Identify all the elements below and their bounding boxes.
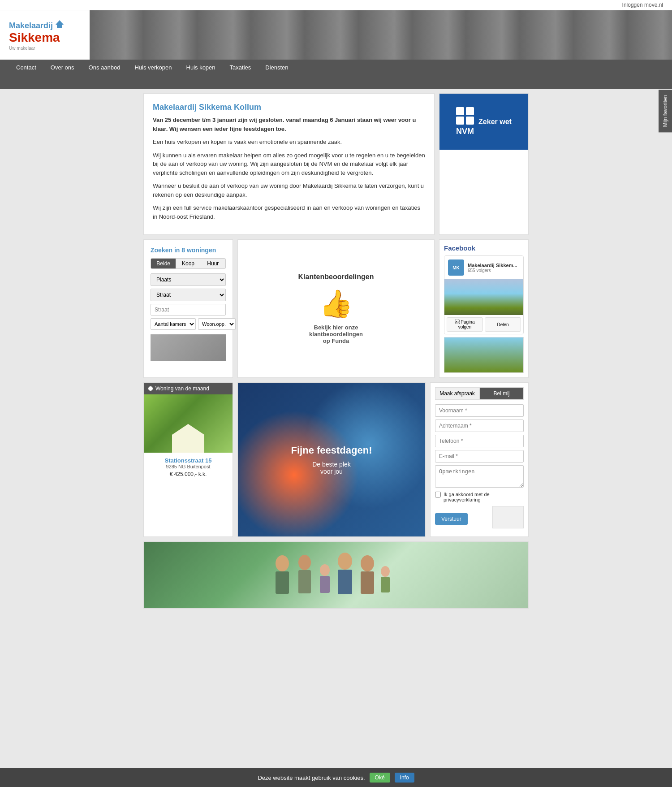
main-p1: Een huis verkopen en kopen is vaak een e… xyxy=(153,138,425,147)
svg-marker-0 xyxy=(56,20,64,28)
family-svg xyxy=(246,545,426,604)
woning-title: Woning van de maand xyxy=(155,385,209,392)
nvm-box: NVM Zeker wet xyxy=(439,93,529,235)
fb-followers: 655 volgers xyxy=(468,268,520,273)
woning-image xyxy=(144,394,233,453)
nav-diensten[interactable]: Diensten xyxy=(258,60,295,75)
login-link[interactable]: Inloggen move.nl xyxy=(622,2,663,8)
fb-extra-image xyxy=(444,337,524,373)
klant-description: Bekijk hier onze klantbeoordelingen op F… xyxy=(309,324,363,344)
search-title: Zoeken in 8 woningen xyxy=(151,246,226,254)
fb-info: Makelaardij Sikkem... 655 volgers xyxy=(468,263,520,273)
fb-icon:  xyxy=(455,320,460,324)
logo-house-icon xyxy=(55,19,65,30)
main-title: Makelaardij Sikkema Kollum xyxy=(153,103,425,112)
main-p4: Wij zijn een full service makelaarskaant… xyxy=(153,203,425,221)
svg-point-11 xyxy=(381,566,390,577)
nav-huis-kopen[interactable]: Huis kopen xyxy=(179,60,223,75)
fb-follow-button[interactable]:  Pagina volgen xyxy=(447,317,483,332)
woning-header: Woning van de maand xyxy=(144,383,233,394)
nvm-logo-text: NVM xyxy=(456,127,474,136)
nav-huis-verkopen[interactable]: Huis verkopen xyxy=(127,60,179,75)
form-privacy-checkbox[interactable] xyxy=(435,492,441,497)
form-tab-afspraak[interactable]: Maak afspraak xyxy=(435,387,479,400)
feest-content: Fijne feestdagen! De beste plek voor jou xyxy=(282,436,381,484)
form-voornaam[interactable] xyxy=(435,404,524,417)
svg-rect-12 xyxy=(381,577,390,592)
search-kamers[interactable]: Aantal kamers xyxy=(151,318,196,330)
main-p2: Wij kunnen u als ervaren makelaar helpen… xyxy=(153,151,425,177)
fb-page-name: Makelaardij Sikkem... xyxy=(468,263,520,268)
contact-form: Maak afspraak Bel mij Ik ga akkoord met … xyxy=(430,382,529,537)
family-banner xyxy=(143,541,529,609)
form-telefoon[interactable] xyxy=(435,435,524,447)
logo-sikkema: Sikkema xyxy=(9,30,60,44)
facebook-box: Facebook MK Makelaardij Sikkem... 655 vo… xyxy=(439,239,529,378)
search-tab-huur[interactable]: Huur xyxy=(201,259,225,268)
woning-price: € 425.000,- k.k. xyxy=(148,471,228,477)
form-tab-bel[interactable]: Bel mij xyxy=(479,387,524,400)
klantbeoordeling-box[interactable]: Klantenbeoordelingen 👍 Bekijk hier onze … xyxy=(237,239,435,378)
nvm-zeker-text: Zeker wet xyxy=(478,118,512,126)
house-silhouette xyxy=(161,417,215,453)
search-tab-beide[interactable]: Beide xyxy=(151,259,176,268)
woning-row: Woning van de maand Stationsstraat 15 92… xyxy=(143,382,529,537)
logo-makelaardij: Makelaardij xyxy=(9,21,53,30)
svg-point-5 xyxy=(320,564,330,576)
fb-follow-label: Pagina volgen xyxy=(458,320,475,329)
nav-taxaties[interactable]: Taxaties xyxy=(223,60,258,75)
main-nav: Contact Over ons Ons aanbod Huis verkope… xyxy=(0,60,672,75)
mijn-favoriten-button[interactable]: Mijn favoriten xyxy=(659,90,672,132)
captcha xyxy=(492,506,524,528)
nav-contact[interactable]: Contact xyxy=(9,60,43,75)
woning-box: Woning van de maand Stationsstraat 15 92… xyxy=(143,382,233,537)
svg-point-9 xyxy=(361,555,374,571)
search-tab-koop[interactable]: Koop xyxy=(176,259,200,268)
svg-rect-4 xyxy=(298,570,311,593)
search-title-prefix: Zoeken in xyxy=(151,246,181,254)
search-straat1[interactable]: Straat xyxy=(151,289,226,301)
main-content-box: Makelaardij Sikkema Kollum Van 25 decemb… xyxy=(143,93,435,235)
nvm-inner xyxy=(439,150,528,177)
fb-preview: MK Makelaardij Sikkem... 655 volgers  P… xyxy=(444,255,524,334)
notice-bold: Van 25 december t/m 3 januari zijn wij g… xyxy=(153,117,416,132)
klant-title: Klantenbeoordelingen xyxy=(298,273,374,281)
svg-point-1 xyxy=(276,555,289,571)
fb-house-image xyxy=(444,279,523,315)
search-plaats[interactable]: Plaats xyxy=(151,273,226,286)
search-straat2[interactable] xyxy=(151,304,226,316)
form-achternaam[interactable] xyxy=(435,419,524,432)
thumbs-icon: 👍 xyxy=(319,288,353,320)
form-opmerkingen[interactable] xyxy=(435,465,524,488)
svg-point-3 xyxy=(298,555,311,570)
svg-rect-8 xyxy=(338,570,352,594)
woning-dot xyxy=(148,386,153,391)
nav-over-ons[interactable]: Over ons xyxy=(43,60,82,75)
main-p3: Wanneer u besluit de aan of verkoop van … xyxy=(153,182,425,199)
nav-ons-aanbod[interactable]: Ons aanbod xyxy=(82,60,128,75)
family-background xyxy=(144,542,528,608)
feestdagen-box: Fijne feestdagen! De beste plek voor jou xyxy=(237,382,426,537)
woning-info: Stationsstraat 15 9285 NG Buitenpost € 4… xyxy=(144,453,233,482)
form-checkbox-row: Ik ga akkoord met de privacyverklaring xyxy=(435,492,524,502)
facebook-title: Facebook xyxy=(444,244,524,252)
svg-rect-6 xyxy=(320,576,330,593)
form-tabs: Maak afspraak Bel mij xyxy=(435,387,524,400)
feest-subtitle: De beste plek voor jou xyxy=(291,461,372,475)
search-opp[interactable]: Woon.opp. xyxy=(198,318,236,330)
search-count: 8 woningen xyxy=(181,246,216,254)
search-image xyxy=(151,334,226,361)
form-email[interactable] xyxy=(435,450,524,463)
woning-city: 9285 NG Buitenpost xyxy=(148,464,228,469)
svg-rect-10 xyxy=(361,571,374,594)
feest-title: Fijne feestdagen! xyxy=(291,445,372,456)
svg-point-7 xyxy=(338,553,352,570)
fb-share-button[interactable]: Delen xyxy=(485,317,521,332)
svg-rect-2 xyxy=(276,571,289,594)
woning-street[interactable]: Stationsstraat 15 xyxy=(148,457,228,464)
form-submit-button[interactable]: Verstuur xyxy=(435,513,468,525)
form-privacy-label: Ik ga akkoord met de privacyverklaring xyxy=(444,492,524,502)
fb-avatar: MK xyxy=(448,259,464,276)
search-box: Zoeken in 8 woningen Beide Koop Huur Pla… xyxy=(143,239,233,378)
